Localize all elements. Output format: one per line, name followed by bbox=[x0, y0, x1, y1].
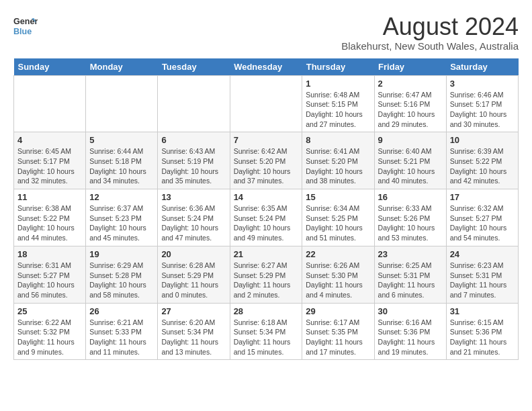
day-number: 11 bbox=[17, 192, 82, 202]
calendar-cell: 18Sunrise: 6:31 AM Sunset: 5:27 PM Dayli… bbox=[14, 246, 86, 303]
calendar-week-row: 11Sunrise: 6:38 AM Sunset: 5:22 PM Dayli… bbox=[14, 189, 519, 246]
calendar-cell: 21Sunrise: 6:27 AM Sunset: 5:29 PM Dayli… bbox=[230, 246, 302, 303]
day-detail: Sunrise: 6:20 AM Sunset: 5:34 PM Dayligh… bbox=[161, 318, 226, 357]
day-detail: Sunrise: 6:16 AM Sunset: 5:36 PM Dayligh… bbox=[378, 318, 443, 357]
calendar-cell: 29Sunrise: 6:17 AM Sunset: 5:35 PM Dayli… bbox=[302, 303, 374, 360]
day-detail: Sunrise: 6:23 AM Sunset: 5:31 PM Dayligh… bbox=[450, 261, 515, 300]
calendar-week-row: 1Sunrise: 6:48 AM Sunset: 5:15 PM Daylig… bbox=[14, 75, 519, 132]
calendar-cell: 1Sunrise: 6:48 AM Sunset: 5:15 PM Daylig… bbox=[302, 75, 374, 132]
day-detail: Sunrise: 6:15 AM Sunset: 5:36 PM Dayligh… bbox=[450, 318, 515, 357]
calendar-week-row: 25Sunrise: 6:22 AM Sunset: 5:32 PM Dayli… bbox=[14, 303, 519, 360]
day-detail: Sunrise: 6:47 AM Sunset: 5:16 PM Dayligh… bbox=[378, 90, 443, 130]
day-detail: Sunrise: 6:18 AM Sunset: 5:34 PM Dayligh… bbox=[234, 318, 299, 357]
day-number: 24 bbox=[450, 249, 515, 259]
col-header-sunday: Sunday bbox=[14, 58, 86, 76]
calendar-cell: 9Sunrise: 6:40 AM Sunset: 5:21 PM Daylig… bbox=[374, 132, 446, 189]
calendar-cell: 15Sunrise: 6:34 AM Sunset: 5:25 PM Dayli… bbox=[302, 189, 374, 246]
day-number: 12 bbox=[89, 192, 154, 202]
day-number: 10 bbox=[450, 135, 515, 145]
calendar-cell: 31Sunrise: 6:15 AM Sunset: 5:36 PM Dayli… bbox=[446, 303, 518, 360]
day-number: 27 bbox=[161, 306, 226, 316]
day-detail: Sunrise: 6:34 AM Sunset: 5:25 PM Dayligh… bbox=[306, 203, 370, 243]
calendar-cell bbox=[158, 75, 230, 132]
day-detail: Sunrise: 6:21 AM Sunset: 5:33 PM Dayligh… bbox=[89, 318, 154, 357]
calendar-cell: 28Sunrise: 6:18 AM Sunset: 5:34 PM Dayli… bbox=[230, 303, 302, 360]
day-number: 1 bbox=[306, 79, 370, 89]
day-detail: Sunrise: 6:31 AM Sunset: 5:27 PM Dayligh… bbox=[17, 261, 82, 300]
day-number: 26 bbox=[89, 306, 154, 316]
col-header-monday: Monday bbox=[86, 58, 158, 76]
day-number: 23 bbox=[378, 249, 443, 259]
calendar-cell: 16Sunrise: 6:33 AM Sunset: 5:26 PM Dayli… bbox=[374, 189, 446, 246]
calendar-cell: 23Sunrise: 6:25 AM Sunset: 5:31 PM Dayli… bbox=[374, 246, 446, 303]
day-detail: Sunrise: 6:17 AM Sunset: 5:35 PM Dayligh… bbox=[306, 318, 370, 357]
calendar-cell: 8Sunrise: 6:41 AM Sunset: 5:20 PM Daylig… bbox=[302, 132, 374, 189]
day-number: 13 bbox=[161, 192, 226, 202]
calendar-cell: 30Sunrise: 6:16 AM Sunset: 5:36 PM Dayli… bbox=[374, 303, 446, 360]
day-number: 19 bbox=[89, 249, 154, 259]
calendar-cell: 2Sunrise: 6:47 AM Sunset: 5:16 PM Daylig… bbox=[374, 75, 446, 132]
calendar-cell: 5Sunrise: 6:44 AM Sunset: 5:18 PM Daylig… bbox=[86, 132, 158, 189]
subtitle: Blakehurst, New South Wales, Australia bbox=[341, 40, 519, 52]
day-detail: Sunrise: 6:27 AM Sunset: 5:29 PM Dayligh… bbox=[234, 261, 299, 300]
col-header-friday: Friday bbox=[374, 58, 446, 76]
day-number: 21 bbox=[234, 249, 299, 259]
calendar-table: SundayMondayTuesdayWednesdayThursdayFrid… bbox=[13, 58, 519, 361]
logo-icon: General Blue bbox=[13, 13, 38, 38]
main-title: August 2024 bbox=[341, 13, 519, 40]
day-number: 16 bbox=[378, 192, 443, 202]
calendar-cell: 13Sunrise: 6:36 AM Sunset: 5:24 PM Dayli… bbox=[158, 189, 230, 246]
day-number: 14 bbox=[234, 192, 299, 202]
day-detail: Sunrise: 6:44 AM Sunset: 5:18 PM Dayligh… bbox=[89, 146, 154, 186]
calendar-cell: 6Sunrise: 6:43 AM Sunset: 5:19 PM Daylig… bbox=[158, 132, 230, 189]
day-number: 3 bbox=[450, 79, 515, 89]
day-number: 30 bbox=[378, 306, 443, 316]
day-detail: Sunrise: 6:46 AM Sunset: 5:17 PM Dayligh… bbox=[450, 90, 515, 130]
title-area: August 2024 Blakehurst, New South Wales,… bbox=[341, 13, 519, 52]
calendar-cell: 19Sunrise: 6:29 AM Sunset: 5:28 PM Dayli… bbox=[86, 246, 158, 303]
day-detail: Sunrise: 6:33 AM Sunset: 5:26 PM Dayligh… bbox=[378, 203, 443, 243]
day-number: 7 bbox=[234, 135, 299, 145]
calendar-week-row: 18Sunrise: 6:31 AM Sunset: 5:27 PM Dayli… bbox=[14, 246, 519, 303]
day-number: 29 bbox=[306, 306, 370, 316]
calendar-cell: 10Sunrise: 6:39 AM Sunset: 5:22 PM Dayli… bbox=[446, 132, 518, 189]
page-header: General Blue August 2024 Blakehurst, New… bbox=[13, 13, 519, 52]
day-detail: Sunrise: 6:22 AM Sunset: 5:32 PM Dayligh… bbox=[17, 318, 82, 357]
calendar-cell: 24Sunrise: 6:23 AM Sunset: 5:31 PM Dayli… bbox=[446, 246, 518, 303]
calendar-cell: 25Sunrise: 6:22 AM Sunset: 5:32 PM Dayli… bbox=[14, 303, 86, 360]
day-number: 9 bbox=[378, 135, 443, 145]
day-number: 22 bbox=[306, 249, 370, 259]
day-number: 6 bbox=[161, 135, 226, 145]
calendar-header-row: SundayMondayTuesdayWednesdayThursdayFrid… bbox=[14, 58, 519, 76]
calendar-cell: 7Sunrise: 6:42 AM Sunset: 5:20 PM Daylig… bbox=[230, 132, 302, 189]
calendar-cell: 17Sunrise: 6:32 AM Sunset: 5:27 PM Dayli… bbox=[446, 189, 518, 246]
day-number: 15 bbox=[306, 192, 370, 202]
day-number: 5 bbox=[89, 135, 154, 145]
day-number: 8 bbox=[306, 135, 370, 145]
day-detail: Sunrise: 6:45 AM Sunset: 5:17 PM Dayligh… bbox=[17, 146, 82, 186]
calendar-cell: 11Sunrise: 6:38 AM Sunset: 5:22 PM Dayli… bbox=[14, 189, 86, 246]
calendar-cell bbox=[230, 75, 302, 132]
day-detail: Sunrise: 6:38 AM Sunset: 5:22 PM Dayligh… bbox=[17, 203, 82, 243]
col-header-saturday: Saturday bbox=[446, 58, 518, 76]
day-number: 18 bbox=[17, 249, 82, 259]
calendar-cell: 14Sunrise: 6:35 AM Sunset: 5:24 PM Dayli… bbox=[230, 189, 302, 246]
calendar-cell: 3Sunrise: 6:46 AM Sunset: 5:17 PM Daylig… bbox=[446, 75, 518, 132]
day-detail: Sunrise: 6:32 AM Sunset: 5:27 PM Dayligh… bbox=[450, 203, 515, 243]
day-detail: Sunrise: 6:40 AM Sunset: 5:21 PM Dayligh… bbox=[378, 146, 443, 186]
day-number: 2 bbox=[378, 79, 443, 89]
day-detail: Sunrise: 6:26 AM Sunset: 5:30 PM Dayligh… bbox=[306, 261, 370, 300]
calendar-week-row: 4Sunrise: 6:45 AM Sunset: 5:17 PM Daylig… bbox=[14, 132, 519, 189]
day-number: 28 bbox=[234, 306, 299, 316]
day-number: 4 bbox=[17, 135, 82, 145]
day-detail: Sunrise: 6:42 AM Sunset: 5:20 PM Dayligh… bbox=[234, 146, 299, 186]
calendar-cell bbox=[14, 75, 86, 132]
day-detail: Sunrise: 6:43 AM Sunset: 5:19 PM Dayligh… bbox=[161, 146, 226, 186]
col-header-tuesday: Tuesday bbox=[158, 58, 230, 76]
calendar-cell bbox=[86, 75, 158, 132]
logo: General Blue bbox=[13, 13, 38, 38]
calendar-cell: 4Sunrise: 6:45 AM Sunset: 5:17 PM Daylig… bbox=[14, 132, 86, 189]
calendar-cell: 22Sunrise: 6:26 AM Sunset: 5:30 PM Dayli… bbox=[302, 246, 374, 303]
col-header-wednesday: Wednesday bbox=[230, 58, 302, 76]
day-detail: Sunrise: 6:36 AM Sunset: 5:24 PM Dayligh… bbox=[161, 203, 226, 243]
